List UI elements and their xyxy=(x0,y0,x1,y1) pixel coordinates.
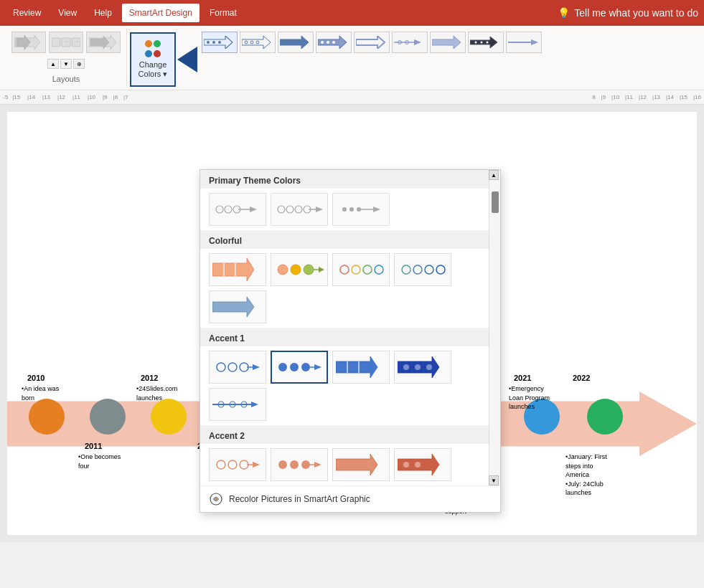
style-option-3[interactable] xyxy=(278,32,314,53)
svg-marker-94 xyxy=(253,462,260,468)
menu-help[interactable]: Help xyxy=(87,4,119,22)
svg-marker-67 xyxy=(212,297,254,317)
svg-point-20 xyxy=(321,41,324,44)
layouts-section: → → ▲ ▼ ⊕ Layouts xyxy=(6,29,127,86)
style-option-5[interactable] xyxy=(354,32,390,53)
year-2021: 2021 xyxy=(514,374,531,382)
accent1-option-3[interactable] xyxy=(332,351,390,384)
svg-point-56 xyxy=(304,265,314,275)
accent2-option-1[interactable] xyxy=(209,448,266,481)
colorful-option-3[interactable] xyxy=(332,253,390,286)
svg-point-64 xyxy=(413,265,422,274)
colorful-title: Colorful xyxy=(200,230,500,249)
scroll-arrows: ▲ ▼ xyxy=(489,170,500,485)
layout-shape-1[interactable] xyxy=(11,32,46,53)
svg-marker-34 xyxy=(531,39,538,45)
color-dropdown: Primary Theme Colors xyxy=(200,169,501,513)
year-2010: 2010 xyxy=(27,374,44,382)
svg-point-21 xyxy=(327,41,329,44)
accent2-options xyxy=(200,444,500,485)
svg-marker-18 xyxy=(280,36,309,49)
menu-smartart-design[interactable]: SmartArt Design xyxy=(122,4,200,22)
svg-marker-25 xyxy=(414,39,421,45)
accent2-option-3[interactable] xyxy=(332,448,390,481)
style-option-6[interactable] xyxy=(392,32,428,53)
search-bar[interactable]: 💡 Tell me what you want to do xyxy=(558,7,698,19)
accent1-option-2[interactable] xyxy=(271,351,328,384)
style-option-8[interactable] xyxy=(468,32,504,53)
colorful-option-4[interactable] xyxy=(394,253,451,286)
svg-point-35 xyxy=(216,206,223,213)
circle-gray xyxy=(90,399,126,435)
svg-text:→: → xyxy=(75,39,79,44)
style-option-4[interactable] xyxy=(316,32,352,53)
dot-blue xyxy=(145,50,152,57)
year-2022: 2022 xyxy=(573,374,590,382)
color-dots xyxy=(145,40,161,47)
svg-point-90 xyxy=(217,460,225,469)
svg-point-41 xyxy=(286,206,294,213)
scroll-down-btn[interactable]: ▼ xyxy=(489,475,499,485)
svg-point-17 xyxy=(256,41,259,44)
svg-marker-51 xyxy=(212,258,254,281)
style-option-2[interactable] xyxy=(240,32,276,53)
primary-option-3[interactable] xyxy=(332,193,390,226)
style-option-9[interactable] xyxy=(506,32,542,53)
svg-point-73 xyxy=(278,363,287,371)
dot-red xyxy=(154,50,161,57)
colorful-option-1[interactable] xyxy=(209,253,266,286)
more-layouts[interactable]: ⊕ xyxy=(73,59,85,69)
change-colors-button[interactable]: ChangeColors ▾ xyxy=(130,32,176,87)
colorful-option-5[interactable] xyxy=(209,290,266,323)
recolor-pictures-link[interactable]: Recolor Pictures in SmartArt Graphic xyxy=(200,485,500,512)
svg-marker-28 xyxy=(432,36,461,49)
change-colors-area: ChangeColors ▾ xyxy=(128,29,177,90)
svg-point-16 xyxy=(250,41,253,44)
accent2-title: Accent 2 xyxy=(200,425,500,444)
layout-options: → → xyxy=(11,32,121,53)
svg-point-13 xyxy=(218,41,221,44)
bullets-2021: •Emergency Loan Program launches xyxy=(509,384,550,412)
accent2-option-2[interactable] xyxy=(271,448,328,481)
bullets-2012: •24Slides.com launches xyxy=(136,384,177,402)
bullets-2011: •One becomes four xyxy=(78,452,121,470)
svg-point-15 xyxy=(245,41,248,44)
scroll-up-btn[interactable]: ▲ xyxy=(489,170,499,180)
accent1-title: Accent 1 xyxy=(200,328,500,346)
svg-point-62 xyxy=(375,265,383,274)
primary-option-1[interactable] xyxy=(209,193,266,226)
dropdown-scroll[interactable]: Primary Theme Colors xyxy=(200,170,500,485)
layout-shape-3[interactable] xyxy=(86,32,121,53)
svg-point-55 xyxy=(291,265,301,275)
layout-shape-2[interactable]: → → xyxy=(49,32,83,53)
accent2-option-4[interactable] xyxy=(394,448,451,481)
color-dots-2 xyxy=(145,50,161,57)
svg-point-63 xyxy=(402,265,410,274)
primary-option-2[interactable] xyxy=(271,193,328,226)
main-area: 2010 2011 2012 20... 2021 2022 •An idea … xyxy=(0,105,704,542)
scroll-up[interactable]: ▲ xyxy=(47,59,59,69)
svg-marker-72 xyxy=(253,364,260,370)
dot-green xyxy=(154,40,161,47)
style-option-1[interactable] xyxy=(202,32,238,53)
menubar: Review View Help SmartArt Design Format … xyxy=(0,0,704,26)
svg-point-95 xyxy=(278,460,287,469)
menu-format[interactable]: Format xyxy=(202,4,244,22)
style-option-7[interactable] xyxy=(430,32,466,53)
colorful-option-2[interactable] xyxy=(271,253,328,286)
accent1-option-5[interactable] xyxy=(209,388,266,421)
svg-point-91 xyxy=(228,460,237,469)
scroll-down[interactable]: ▼ xyxy=(60,59,72,69)
accent1-option-1[interactable] xyxy=(209,351,266,384)
menu-view[interactable]: View xyxy=(51,4,84,22)
arrow-indicator xyxy=(177,32,197,87)
svg-marker-50 xyxy=(373,207,380,212)
svg-marker-2 xyxy=(17,35,30,49)
year-2012: 2012 xyxy=(141,374,158,382)
menu-review[interactable]: Review xyxy=(6,4,48,22)
accent1-option-4[interactable] xyxy=(394,351,451,384)
svg-marker-9 xyxy=(90,36,109,49)
svg-point-36 xyxy=(225,206,232,213)
svg-point-103 xyxy=(415,462,421,468)
svg-point-69 xyxy=(228,363,237,371)
